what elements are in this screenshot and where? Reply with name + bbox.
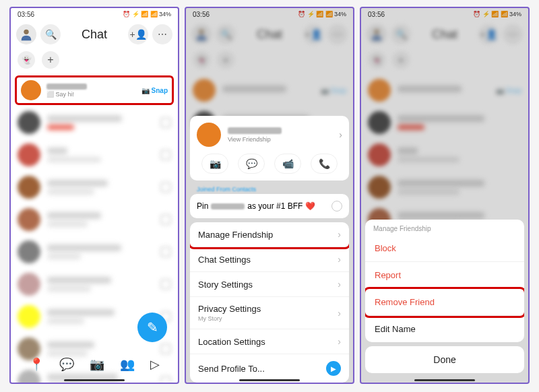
edit-name-row[interactable]: Edit Name	[365, 316, 524, 342]
first-chat-row-highlighted[interactable]: ⬜ Say hi! 📷 Snap	[15, 75, 174, 105]
gesture-bar	[64, 379, 125, 381]
map-tab[interactable]: 📍	[29, 357, 44, 372]
chat-action[interactable]: 💬	[238, 154, 265, 174]
profile-card[interactable]: View Friendship › 📷 💬 📹 📞	[190, 116, 349, 181]
chevron-icon: ›	[338, 254, 341, 265]
friend-name-blurred	[46, 84, 87, 90]
chevron-icon: ›	[339, 129, 342, 140]
send-profile-row[interactable]: Send Profile To...▶	[190, 354, 349, 383]
done-button[interactable]: Done	[365, 346, 524, 373]
chevron-icon: ›	[338, 229, 341, 240]
manage-friendship-row[interactable]: Manage Friendship›	[190, 222, 349, 247]
new-chat-fab[interactable]: ✎	[137, 313, 167, 342]
report-row[interactable]: Report	[365, 262, 524, 289]
sheet-title: Manage Friendship	[365, 220, 524, 235]
gesture-bar	[239, 379, 300, 381]
filter-button[interactable]: 👻	[18, 51, 35, 69]
pin-radio[interactable]	[331, 201, 342, 211]
privacy-settings-row[interactable]: Privacy SettingsMy Story ›	[190, 297, 349, 329]
status-icons: ⏰ ⚡ 📶 📶 34%	[123, 11, 171, 18]
friend-action-sheet: View Friendship › 📷 💬 📹 📞 Joined From Co…	[190, 116, 349, 384]
say-hi-label: ⬜ Say hi!	[46, 91, 136, 98]
chat-settings-row[interactable]: Chat Settings›	[190, 247, 349, 272]
video-action[interactable]: 📹	[274, 154, 301, 174]
friend-avatar	[197, 123, 221, 147]
subheader: 👻 +	[11, 48, 178, 74]
manage-friendship-sheet: Manage Friendship Block Report Remove Fr…	[365, 220, 524, 373]
bottom-nav: 📍 💬 📷 👥 ▷	[11, 352, 178, 377]
camera-action[interactable]: 📷	[201, 154, 228, 174]
svg-point-0	[24, 30, 28, 34]
settings-menu: Manage Friendship› Chat Settings› Story …	[190, 222, 349, 383]
add-friend-button[interactable]: +👤	[128, 24, 148, 44]
friend-name-blurred	[211, 203, 245, 209]
spotlight-tab[interactable]: ▷	[150, 357, 160, 372]
chevron-icon: ›	[338, 308, 341, 319]
add-button[interactable]: +	[42, 51, 59, 69]
search-button[interactable]: 🔍	[40, 24, 61, 44]
snap-button[interactable]: 📷 Snap	[141, 87, 168, 94]
friend-name-blurred	[228, 127, 282, 134]
view-friendship-label: View Friendship	[228, 136, 332, 143]
chat-tab[interactable]: 💬	[59, 357, 74, 372]
camera-tab[interactable]: 📷	[90, 357, 104, 372]
joined-from-contacts: Joined From Contacts	[190, 185, 349, 194]
location-settings-row[interactable]: Location Settings›	[190, 329, 349, 354]
more-button[interactable]: ⋯	[152, 24, 172, 44]
gesture-bar	[414, 379, 475, 381]
pin-bff-row[interactable]: Pin as your #1 BFF ❤️	[190, 194, 349, 218]
manage-menu: Manage Friendship Block Report Remove Fr…	[365, 220, 524, 342]
status-bar: 03:56 ⏰ ⚡ 📶 📶 34%	[11, 8, 178, 20]
remove-friend-row[interactable]: Remove Friend	[365, 289, 524, 316]
panel-1-chat-list: 03:56 ⏰ ⚡ 📶 📶 34% 🔍 Chat +👤 ⋯ 👻 + ⬜ Say …	[9, 7, 179, 384]
chevron-icon: ›	[338, 279, 341, 290]
panel-2-friend-menu: 03:56 ⏰ ⚡ 📶 📶 34% 🔍 Chat +👤 ⋯ 👻+ 📷 Snap …	[185, 7, 354, 384]
chat-header: 🔍 Chat +👤 ⋯	[11, 20, 178, 48]
send-icon: ▶	[326, 361, 341, 376]
friend-avatar	[21, 80, 41, 100]
call-action[interactable]: 📞	[311, 154, 338, 174]
profile-avatar[interactable]	[16, 24, 36, 44]
story-settings-row[interactable]: Story Settings›	[190, 272, 349, 297]
header-title: Chat	[65, 28, 124, 42]
chat-list-blurred	[11, 106, 178, 384]
chevron-icon: ›	[338, 336, 341, 347]
status-time: 03:56	[18, 11, 34, 18]
block-row[interactable]: Block	[365, 235, 524, 262]
stories-tab[interactable]: 👥	[120, 357, 135, 372]
panel-3-manage-friendship: 03:56 ⏰ ⚡ 📶 📶 34% 🔍 Chat +👤 ⋯ 👻+ 📷 Snap …	[360, 7, 530, 384]
